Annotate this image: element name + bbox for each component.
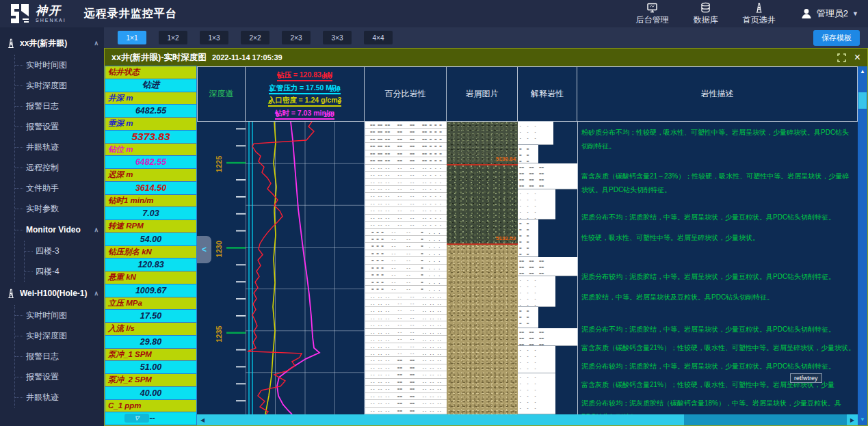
parameter-12: 泵冲_2 SPM40.00 — [105, 374, 197, 400]
param-label: 泵冲_1 SPM — [105, 348, 197, 362]
lithology-pattern-row: .. .. .. -- -- .. .. .. — [365, 307, 447, 314]
well-node-1[interactable]: Wei-H100(Hole-1)∧ — [5, 282, 104, 305]
vertical-scrollbar[interactable]: ▲ ▼ — [858, 66, 867, 425]
cuttings-photo-segment-1: 5132.53 — [447, 165, 518, 245]
parameter-5: 钻时1 min/m7.03 — [105, 195, 197, 221]
param-value: 6482.55 — [105, 104, 197, 118]
scroll-up-arrow-icon[interactable]: ▲ — [858, 66, 867, 76]
parameter-4: 迟深 m3614.50 — [105, 169, 197, 195]
nav-database[interactable]: 数据库 — [694, 2, 718, 26]
sidebar-item-报警日志[interactable]: 报警日志 — [15, 96, 104, 116]
well-node-0[interactable]: xx井(新井眼)∧ — [5, 31, 104, 55]
vertical-scrollbar-thumb[interactable] — [858, 92, 867, 109]
param-value: 40.00 — [105, 386, 197, 400]
param-dropdown-button[interactable]: ▽ — [124, 414, 149, 423]
param-value: 54.00 — [105, 232, 197, 246]
parameter-7: 钻压别名 kN120.83 — [105, 246, 197, 272]
scroll-right-arrow-icon[interactable]: ▶ — [847, 414, 858, 425]
lithology-pattern-row: -- -- -- == == -- -- -- — [365, 393, 447, 400]
well-children: 实时时间图实时深度图报警日志报警设置井眼轨迹 — [14, 305, 104, 408]
interp-lithology-segment-8: == == == == == == == == == — [518, 328, 577, 346]
depth-label: 1225 — [215, 156, 223, 173]
interp-lithology-segment-5: == == == == == == == == == — [518, 257, 577, 276]
shenkai-logo-icon — [10, 4, 30, 23]
derrick-icon — [5, 287, 16, 300]
lithology-pattern-row: .. .. .. -- -- .. .. .. — [365, 315, 447, 321]
lithology-pattern-row: -- -- -- -- -- -- - - - — [365, 179, 447, 186]
legend-max: 100 — [324, 111, 334, 118]
layout-tab-1×3[interactable]: 1×3 — [200, 31, 228, 44]
monitor-icon — [646, 2, 658, 13]
lithology-pattern-row: == == == == == == = = = — [365, 136, 447, 143]
user-menu[interactable]: 管理员2 ▼ — [800, 8, 858, 20]
parameter-6: 转速 RPM54.00 — [105, 220, 197, 246]
lithology-description-0: 粉砂质分布不均；性较硬，吸水性、可塑性中等。岩屑呈块状，少量碎块状。具PDC钻头… — [581, 126, 856, 153]
param-label: 垂深 m — [105, 117, 197, 131]
layout-tab-3×3[interactable]: 3×3 — [323, 31, 352, 44]
panel-title-bar: xx井(新井眼)-实时深度图 2022-11-14 17:05:39 × — [105, 49, 867, 66]
param-value: ---▽ — [105, 412, 197, 425]
param-panel-collapse-tab[interactable]: < — [197, 236, 211, 263]
well-tree-sidebar: xx井(新井眼)∧实时时间图实时深度图报警日志报警设置井眼轨迹远程控制文件助手实… — [0, 27, 104, 426]
save-template-button[interactable]: 保存模板 — [813, 30, 860, 46]
group-label: Monitor Video — [26, 225, 81, 235]
legend-min: 0 — [276, 111, 279, 118]
depth-chart-panel: xx井(新井眼)-实时深度图 2022-11-14 17:05:39 × 钻井状… — [104, 48, 868, 426]
panel-body: 钻井状态钻进井深 m6482.55垂深 m5373.83钻位 m6482.55迟… — [105, 66, 867, 425]
lithology-pattern-row: -- -- -- == == -- -- -- — [365, 357, 447, 364]
collapse-caret-icon[interactable]: ∧ — [94, 40, 98, 46]
user-name: 管理员2 — [817, 8, 848, 20]
photo-depth-label: 5132.53 — [496, 235, 516, 241]
depth-label: 1235 — [215, 325, 223, 343]
cuttings-photo-segment-0: 5130.84 — [447, 122, 518, 165]
parameter-13: C_1 ppm---▽ — [105, 400, 197, 426]
layout-tab-2×3[interactable]: 2×3 — [282, 31, 311, 44]
nav-backend[interactable]: 后台管理 — [636, 2, 669, 26]
sidebar-item-四楼-4[interactable]: 四楼-4 — [25, 261, 104, 282]
horizontal-scrollbar-thumb[interactable] — [208, 414, 684, 425]
lithology-description-2: 泥质分布不均；泥质胶结，中等。岩屑呈块状，少量豆粒状。具PDC钻头切削特征。 — [581, 211, 856, 224]
lithology-pattern-row: .. .. .. -- -- .. .. .. — [365, 293, 447, 300]
fullscreen-icon[interactable] — [837, 53, 846, 62]
interpreted-lithology-track: - - - - - - - - - - - - = = = = = = == =… — [518, 122, 577, 414]
layout-tab-2×2[interactable]: 2×2 — [241, 31, 269, 44]
scroll-left-arrow-icon[interactable]: ◀ — [197, 414, 208, 425]
sidebar-item-实时时间图[interactable]: 实时时间图 — [15, 305, 104, 325]
sidebar-item-实时参数[interactable]: 实时参数 — [15, 198, 104, 219]
depth-track: 122512301235 — [197, 122, 246, 414]
sidebar-item-报警设置[interactable]: 报警设置 — [15, 116, 104, 137]
horizontal-scrollbar[interactable]: ◀ ▶ — [197, 414, 858, 425]
close-icon[interactable]: × — [854, 52, 860, 63]
param-value: 3614.50 — [105, 181, 197, 195]
app-title: 远程录井监控平台 — [84, 7, 177, 21]
sidebar-item-四楼-3[interactable]: 四楼-3 — [25, 241, 104, 261]
top-bar: 神开 SHENKAI 远程录井监控平台 后台管理数据库首页选井 管理员2 ▼ — [0, 0, 868, 27]
collapse-caret-icon[interactable]: ∧ — [94, 290, 98, 297]
parameter-9: 立压 MPa17.50 — [105, 297, 197, 323]
percent-lithology-header: 百分比岩性 — [365, 66, 447, 121]
sidebar-item-井眼轨迹[interactable]: 井眼轨迹 — [15, 387, 104, 408]
brand-name-en: SHENKAI — [36, 18, 66, 23]
sidebar-group-Monitor Video[interactable]: Monitor Video∧ — [15, 219, 104, 241]
legend-max: 500 — [321, 73, 332, 80]
layout-tab-1×1[interactable]: 1×1 — [118, 31, 146, 44]
sidebar-item-实时深度图[interactable]: 实时深度图 — [15, 75, 104, 96]
param-label: 迟深 m — [105, 168, 197, 182]
sidebar-item-报警日志[interactable]: 报警日志 — [15, 346, 104, 367]
sidebar-item-远程控制[interactable]: 远程控制 — [15, 157, 104, 178]
param-label: 悬重 kN — [105, 271, 197, 284]
sidebar-item-实时时间图[interactable]: 实时时间图 — [15, 55, 104, 75]
sidebar-item-报警设置[interactable]: 报警设置 — [15, 367, 104, 387]
chart-area: 深度道 0钻压 = 120.83 kN5000立管压力 = 17.50 MPa1… — [197, 66, 858, 425]
sidebar-item-井眼轨迹[interactable]: 井眼轨迹 — [15, 137, 104, 157]
layout-tab-1×2[interactable]: 1×2 — [159, 31, 187, 44]
sidebar-item-实时深度图[interactable]: 实时深度图 — [15, 325, 104, 346]
layout-tab-4×4[interactable]: 4×4 — [364, 31, 393, 44]
nav-well-select[interactable]: 首页选井 — [743, 2, 776, 26]
sidebar-item-文件助手[interactable]: 文件助手 — [15, 178, 104, 198]
param-label: C_1 ppm — [105, 399, 197, 413]
collapse-caret-icon[interactable]: ∧ — [94, 226, 98, 233]
param-label: 钻井状态 — [105, 66, 197, 79]
scroll-down-arrow-icon[interactable]: ▼ — [858, 414, 867, 424]
legend-min: 0 — [269, 86, 273, 93]
